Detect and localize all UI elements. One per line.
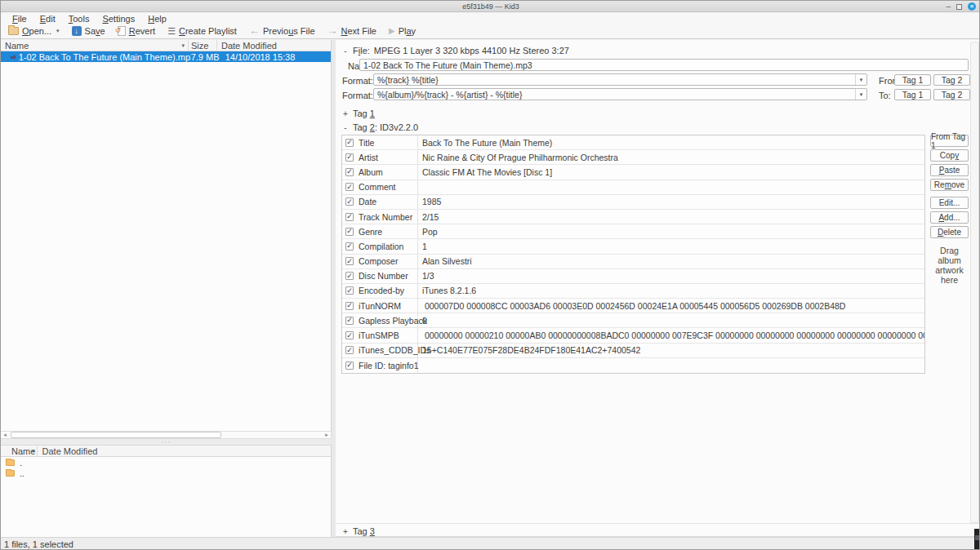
- field-checkbox[interactable]: ✓: [345, 361, 354, 370]
- tag-frame-row[interactable]: ✓ Disc Number 1/3: [342, 269, 924, 284]
- field-value[interactable]: 000007D0 000008CC 00003AD6 00003E0D 0002…: [418, 301, 924, 311]
- field-value[interactable]: 1: [418, 242, 924, 251]
- scrollbar-thumb[interactable]: [11, 432, 221, 438]
- field-checkbox[interactable]: ✓: [345, 272, 354, 280]
- combo-arrow-icon[interactable]: ▾: [855, 89, 866, 100]
- scroll-right-icon[interactable]: ▸: [323, 432, 331, 438]
- tag-frame-row[interactable]: ✓ Genre Pop: [342, 224, 924, 239]
- combo-arrow-icon[interactable]: ▾: [855, 74, 866, 85]
- field-value[interactable]: 00000000 00000210 00000AB0 00000000008BA…: [418, 330, 924, 340]
- menu-item[interactable]: Settings: [96, 14, 141, 24]
- directory-row[interactable]: ..: [1, 468, 331, 478]
- field-checkbox[interactable]: ✓: [345, 213, 354, 221]
- field-checkbox[interactable]: ✓: [345, 331, 354, 339]
- column-header-date[interactable]: Date Modified: [217, 41, 331, 51]
- column-header-size[interactable]: Size: [189, 41, 216, 51]
- create-playlist-button[interactable]: ☰ Create Playlist: [164, 25, 243, 37]
- tag-frame-row[interactable]: ✓ Compilation 1: [342, 239, 924, 254]
- field-value[interactable]: iTunes 8.2.1.6: [418, 286, 924, 295]
- paste-button[interactable]: Paste: [930, 164, 969, 176]
- dir-column-header-name[interactable]: Name: [1, 446, 30, 456]
- scroll-left-icon[interactable]: ◂: [1, 432, 9, 438]
- tag-frame-row[interactable]: ✓ Track Number 2/15: [342, 210, 924, 224]
- add-button[interactable]: Add...: [930, 211, 969, 224]
- artwork-drop-zone[interactable]: Drag album artwork here: [930, 246, 969, 285]
- tag-frame-row[interactable]: ✓ File ID: taginfo1: [342, 358, 924, 373]
- minimize-icon[interactable]: –: [946, 2, 951, 11]
- expand-icon[interactable]: +: [342, 109, 349, 118]
- field-value[interactable]: 1985: [418, 197, 924, 206]
- revert-button[interactable]: Revert: [114, 25, 161, 37]
- tag-frame-row[interactable]: ✓ Album Classic FM At The Movies [Disc 1…: [342, 165, 924, 180]
- format-to-combo[interactable]: %{album}/%{track} - %{artist} - %{title}…: [373, 88, 867, 100]
- vertical-scrollbar[interactable]: [970, 42, 979, 523]
- field-name: Compilation: [359, 242, 403, 251]
- field-checkbox[interactable]: ✓: [345, 183, 354, 191]
- column-header-name[interactable]: Name ▾: [1, 41, 188, 51]
- panel-splitter[interactable]: ···: [1, 439, 332, 445]
- from-tag1-button[interactable]: Tag 1: [894, 74, 931, 86]
- tag-frame-row[interactable]: ✓ Artist Nic Raine & City Of Prague Phil…: [342, 150, 924, 165]
- tag-frame-row[interactable]: ✓ iTunNORM 000007D0 000008CC 00003AD6 00…: [342, 299, 924, 313]
- field-checkbox[interactable]: ✓: [345, 242, 354, 251]
- filename-input[interactable]: [359, 59, 969, 71]
- menu-item[interactable]: Edit: [33, 14, 62, 24]
- remove-button[interactable]: Remove: [930, 179, 969, 191]
- field-value[interactable]: 2/15: [418, 212, 924, 222]
- field-value[interactable]: Back To The Future (Main Theme): [418, 138, 924, 148]
- tag-frame-row[interactable]: ✓ Title Back To The Future (Main Theme): [342, 135, 924, 150]
- field-checkbox[interactable]: ✓: [345, 168, 354, 176]
- edit-button[interactable]: Edit...: [930, 197, 969, 209]
- tag-frame-row[interactable]: ✓ iTunes_CDDB_IDs 15+C140E77E075F28DE4B2…: [342, 344, 924, 358]
- tag-frame-row[interactable]: ✓ Composer Alan Silvestri: [342, 255, 924, 269]
- tag-frame-row[interactable]: ✓ Comment: [342, 180, 924, 195]
- collapse-icon[interactable]: -: [342, 123, 349, 132]
- previous-file-button[interactable]: ← Previous File: [246, 25, 321, 37]
- file-row-selected[interactable]: v2 1-02 Back To The Future (Main Theme).…: [1, 51, 331, 62]
- field-checkbox[interactable]: ✓: [345, 286, 354, 295]
- field-checkbox[interactable]: ✓: [345, 346, 354, 354]
- field-value[interactable]: 0: [418, 316, 924, 326]
- field-value[interactable]: 15+C140E77E075F28DE4B24FDF180E41AC2+7400…: [418, 345, 924, 355]
- expand-icon[interactable]: +: [342, 527, 349, 536]
- menu-item[interactable]: Tools: [62, 14, 96, 24]
- open-button[interactable]: Open... ▾: [5, 25, 65, 37]
- field-value[interactable]: Classic FM At The Movies [Disc 1]: [418, 167, 924, 177]
- from-tag2-button[interactable]: Tag 2: [933, 74, 970, 86]
- menu-item[interactable]: Help: [141, 14, 173, 24]
- collapse-icon[interactable]: -: [342, 47, 349, 55]
- format-from-combo[interactable]: %{track} %{title} ▾: [373, 73, 867, 86]
- save-button[interactable]: ↓ Save: [69, 25, 111, 37]
- field-checkbox[interactable]: ✓: [345, 228, 354, 236]
- tag-frame-row[interactable]: ✓ Encoded-by iTunes 8.2.1.6: [342, 284, 924, 299]
- close-icon[interactable]: ×: [968, 2, 976, 11]
- tag-frame-row[interactable]: ✓ iTunSMPB 00000000 00000210 00000AB0 00…: [342, 328, 924, 343]
- tag1-section-header[interactable]: + Tag 1: [342, 109, 375, 118]
- tag2-section-header[interactable]: - Tag 2: ID3v2.2.0: [342, 122, 418, 132]
- tag-frame-row[interactable]: ✓ Gapless Playback 0: [342, 313, 924, 328]
- play-button[interactable]: ▶ Play: [385, 25, 421, 37]
- field-checkbox[interactable]: ✓: [345, 257, 354, 265]
- delete-button[interactable]: Delete: [930, 226, 969, 238]
- tag-frame-row[interactable]: ✓ Date 1985: [342, 195, 924, 210]
- field-value[interactable]: Alan Silvestri: [418, 256, 924, 266]
- open-dropdown-icon[interactable]: ▾: [56, 28, 60, 34]
- field-checkbox[interactable]: ✓: [345, 302, 354, 310]
- field-value[interactable]: Nic Raine & City Of Prague Philharmonic …: [418, 153, 924, 162]
- field-checkbox[interactable]: ✓: [345, 197, 354, 206]
- field-checkbox[interactable]: ✓: [345, 139, 354, 147]
- dir-column-header-date[interactable]: Date Modified: [38, 446, 331, 456]
- copy-button[interactable]: Copy: [930, 149, 969, 162]
- to-tag1-button[interactable]: Tag 1: [894, 89, 931, 100]
- tag3-section-header[interactable]: + Tag 3: [342, 526, 375, 536]
- next-file-button[interactable]: → Next File: [324, 25, 382, 37]
- field-value[interactable]: Pop: [418, 227, 924, 237]
- field-value[interactable]: 1/3: [418, 271, 924, 281]
- directory-row[interactable]: .: [1, 457, 331, 468]
- field-checkbox[interactable]: ✓: [345, 153, 354, 162]
- field-checkbox[interactable]: ✓: [345, 317, 354, 325]
- maximize-icon[interactable]: [956, 4, 962, 10]
- from-tag-1-button[interactable]: From Tag 1: [930, 135, 969, 147]
- to-tag2-button[interactable]: Tag 2: [933, 89, 970, 100]
- menu-item[interactable]: File: [6, 14, 33, 24]
